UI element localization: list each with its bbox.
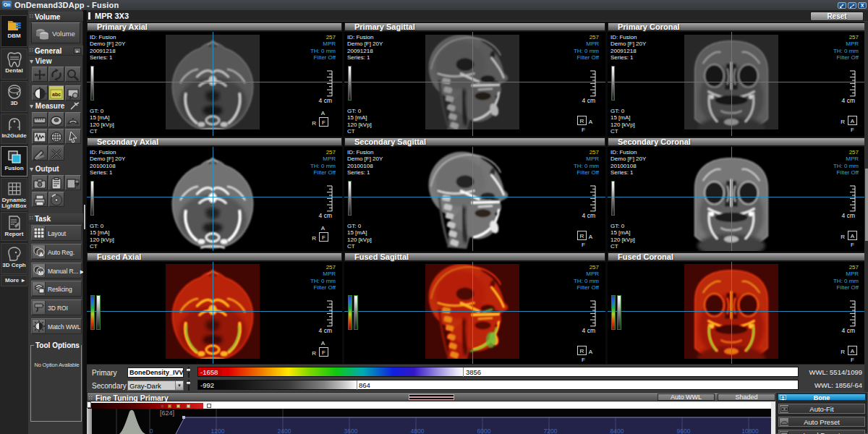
svg-text:3600: 3600 [344,427,358,434]
svg-text:4800: 4800 [411,427,425,434]
svg-text:2400: 2400 [278,427,292,434]
svg-text:1200: 1200 [211,427,225,434]
svg-text:8400: 8400 [610,427,624,434]
svg-text:9600: 9600 [677,427,691,434]
svg-text:[624]: [624] [160,409,174,417]
svg-text:M: M [38,270,43,276]
svg-text:6000: 6000 [477,427,491,434]
svg-text:A: A [39,251,43,258]
svg-text:7200: 7200 [544,427,558,434]
svg-text:0: 0 [150,427,153,434]
svg-text:10800: 10800 [741,427,759,434]
svg-text:abc: abc [52,92,61,97]
